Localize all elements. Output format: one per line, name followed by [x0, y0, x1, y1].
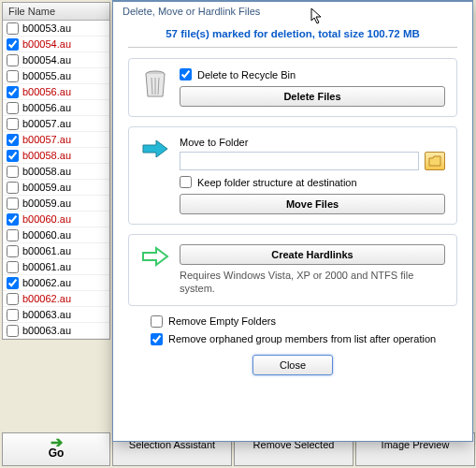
file-checkbox[interactable] — [7, 261, 19, 273]
move-group: Move to Folder Keep folder structure at … — [128, 126, 457, 225]
keep-structure-checkbox-row[interactable]: Keep folder structure at destination — [180, 176, 445, 188]
file-list-header[interactable]: File Name — [3, 3, 109, 21]
file-row[interactable]: b00062.au — [3, 275, 109, 291]
remove-empty-checkbox[interactable] — [151, 315, 163, 328]
keep-structure-checkbox[interactable] — [180, 176, 192, 188]
file-name-label: b00054.au — [22, 54, 71, 66]
file-row[interactable]: b00063.au — [3, 307, 109, 323]
divider — [128, 47, 457, 49]
file-row[interactable]: b00061.au — [3, 259, 109, 275]
file-name-label: b00056.au — [22, 102, 71, 113]
hardlink-group: Create Hardlinks Requires Windows Vista,… — [128, 234, 457, 306]
hardlink-note: Requires Windows Vista, XP or 2000 and N… — [180, 269, 445, 296]
file-row[interactable]: b00063.au — [3, 323, 109, 339]
file-checkbox[interactable] — [7, 229, 19, 241]
footer-options: Remove Empty Folders Remove orphaned gro… — [151, 315, 457, 345]
file-name-label: b00058.au — [22, 166, 71, 177]
file-row[interactable]: b00062.au — [3, 291, 109, 307]
file-name-label: b00059.au — [22, 182, 71, 193]
file-checkbox[interactable] — [7, 70, 19, 82]
file-checkbox[interactable] — [7, 309, 19, 321]
file-name-label: b00058.au — [22, 150, 71, 161]
file-name-label: b00054.au — [22, 38, 71, 50]
file-checkbox[interactable] — [7, 118, 19, 130]
link-arrow-icon — [141, 246, 169, 267]
arrow-right-icon: ➔ — [12, 439, 100, 446]
go-button[interactable]: ➔ Go — [2, 432, 110, 466]
file-checkbox[interactable] — [7, 277, 19, 289]
create-hardlinks-button[interactable]: Create Hardlinks — [180, 244, 445, 265]
file-checkbox[interactable] — [7, 293, 19, 305]
delete-recycle-checkbox-row[interactable]: Delete to Recycle Bin — [180, 68, 445, 80]
file-checkbox[interactable] — [7, 213, 19, 226]
file-row[interactable]: b00061.au — [3, 243, 109, 259]
folder-icon — [428, 155, 441, 167]
delete-group: Delete to Recycle Bin Delete Files — [128, 58, 457, 117]
file-row[interactable]: b00054.au — [3, 52, 109, 68]
move-folder-label: Move to Folder — [180, 137, 445, 148]
file-name-label: b00055.au — [22, 70, 71, 81]
file-row[interactable]: b00060.au — [3, 212, 109, 227]
file-checkbox[interactable] — [7, 54, 19, 66]
file-row[interactable]: b00057.au — [3, 132, 109, 148]
file-row[interactable]: b00056.au — [3, 100, 109, 116]
file-name-label: b00063.au — [22, 309, 71, 320]
file-checkbox[interactable] — [7, 134, 19, 146]
file-name-label: b00062.au — [22, 293, 71, 304]
delete-files-button[interactable]: Delete Files — [180, 86, 445, 107]
file-list: b00053.aub00054.aub00054.aub00055.aub000… — [3, 21, 109, 339]
file-checkbox[interactable] — [7, 245, 19, 257]
delete-move-hardlink-dialog: Delete, Move or Hardlink Files 57 file(s… — [112, 0, 473, 442]
file-name-label: b00056.au — [22, 86, 71, 97]
file-name-label: b00053.au — [22, 22, 71, 34]
file-row[interactable]: b00059.au — [3, 196, 109, 212]
delete-recycle-checkbox[interactable] — [180, 68, 192, 80]
file-name-label: b00062.au — [22, 277, 71, 288]
file-checkbox[interactable] — [7, 166, 19, 178]
file-checkbox[interactable] — [7, 38, 19, 51]
file-name-label: b00061.au — [22, 261, 71, 272]
file-name-label: b00061.au — [22, 245, 71, 256]
trash-icon — [142, 70, 168, 98]
file-name-label: b00063.au — [22, 325, 71, 336]
file-row[interactable]: b00054.au — [3, 37, 109, 52]
file-name-label: b00059.au — [22, 197, 71, 209]
file-row[interactable]: b00060.au — [3, 227, 109, 243]
file-checkbox[interactable] — [7, 102, 19, 114]
close-button[interactable]: Close — [252, 355, 333, 375]
file-checkbox[interactable] — [7, 22, 19, 35]
file-checkbox[interactable] — [7, 150, 19, 162]
file-row[interactable]: b00059.au — [3, 180, 109, 196]
file-row[interactable]: b00057.au — [3, 116, 109, 132]
file-row[interactable]: b00058.au — [3, 164, 109, 180]
browse-folder-button[interactable] — [425, 152, 445, 170]
file-row[interactable]: b00053.au — [3, 21, 109, 37]
remove-orphaned-checkbox[interactable] — [151, 333, 163, 345]
file-name-label: b00057.au — [22, 134, 71, 145]
remove-orphaned-checkbox-row[interactable]: Remove orphaned group members from list … — [151, 333, 457, 345]
move-files-button[interactable]: Move Files — [180, 194, 445, 214]
summary-text: 57 file(s) marked for deletion, total si… — [128, 28, 457, 39]
move-folder-input[interactable] — [180, 152, 419, 170]
file-row[interactable]: b00058.au — [3, 148, 109, 164]
file-checkbox[interactable] — [7, 86, 19, 98]
file-row[interactable]: b00055.au — [3, 68, 109, 84]
file-checkbox[interactable] — [7, 182, 19, 194]
arrow-right-icon — [141, 139, 169, 159]
file-name-label: b00060.au — [22, 229, 71, 241]
file-name-label: b00060.au — [22, 213, 71, 225]
remove-empty-checkbox-row[interactable]: Remove Empty Folders — [151, 315, 457, 328]
file-checkbox[interactable] — [7, 197, 19, 210]
file-list-panel: File Name b00053.aub00054.aub00054.aub00… — [2, 2, 110, 340]
file-checkbox[interactable] — [7, 325, 19, 337]
file-row[interactable]: b00056.au — [3, 84, 109, 100]
dialog-title: Delete, Move or Hardlink Files — [113, 2, 472, 21]
file-name-label: b00057.au — [22, 118, 71, 129]
